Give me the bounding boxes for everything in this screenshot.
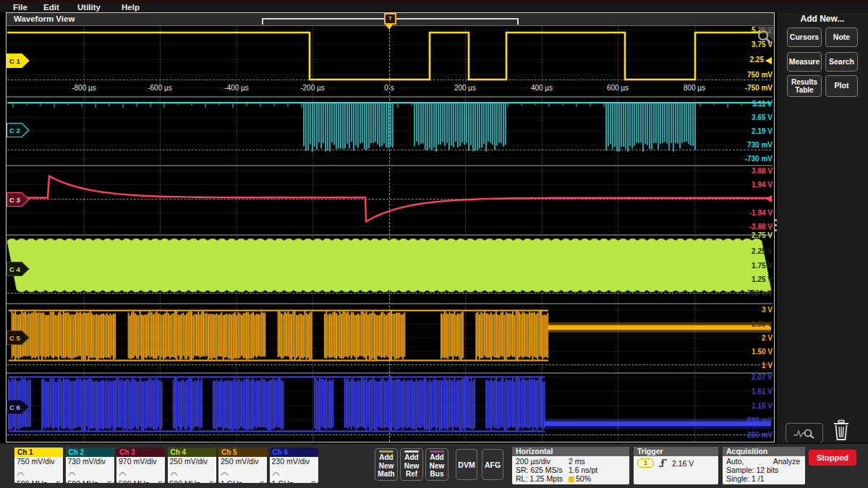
add-new-bus-button[interactable]: Add New Bus [425, 448, 448, 481]
horizontal-grid-dots [7, 265, 771, 266]
horizontal-grid-dots [7, 309, 771, 310]
axis-label-ch3: -1.94 V [749, 209, 773, 217]
channel-card-4[interactable]: Ch 4250 mV/div500 MHz [168, 448, 216, 483]
svg-text:C 3: C 3 [9, 196, 20, 204]
add-plot-button[interactable]: Plot [825, 75, 858, 97]
trigger-position-arrow [386, 25, 393, 30]
acquisition-sample: Sample: 12 bits [726, 466, 801, 474]
add-cursors-button[interactable]: Cursors [787, 27, 822, 47]
channel-badge-c3[interactable]: C 3 [7, 192, 30, 210]
reference-dashed-line [7, 435, 771, 435]
afg-button[interactable]: AFG [482, 449, 503, 480]
channel-badge-c1[interactable]: C 1 [7, 53, 30, 71]
time-axis-label: -600 µs [148, 84, 172, 92]
menu-help[interactable]: Help [122, 3, 140, 12]
add-measure-button[interactable]: Measure [787, 52, 822, 72]
reference-dashed-line [7, 293, 771, 294]
add-search-button[interactable]: Search [825, 52, 858, 72]
time-axis-label: 0 s [384, 84, 393, 92]
trigger-panel[interactable]: Trigger 1 2.16 V [634, 447, 718, 484]
axis-label-ch6: 230 mV [747, 431, 773, 439]
channel-card-2[interactable]: Ch 2730 mV/div500 MHz [66, 448, 114, 483]
channel-scale: 230 mV/div [272, 457, 316, 466]
splitter-drag-handle[interactable] [775, 219, 777, 231]
axis-label-ch1: 750 mV [747, 71, 773, 79]
time-axis-label: -800 µs [72, 84, 96, 92]
channel-position-marker[interactable] [765, 195, 772, 202]
bandwidth-limit-icon [156, 481, 163, 484]
channel-card-6[interactable]: Ch 6230 mV/div1 GHz [270, 448, 318, 483]
axis-label-ch3: 1.94 V [752, 181, 773, 189]
run-stop-status-button[interactable]: Stopped [809, 450, 856, 466]
bandwidth-limit-icon [309, 481, 316, 484]
horizontal-grid-dots [7, 279, 771, 280]
zoom-magnifier-icon[interactable] [754, 27, 774, 44]
probe-icon [272, 471, 280, 476]
axis-label-ch5: 3 V [762, 306, 773, 314]
trigger-level: 2.16 V [672, 459, 694, 468]
time-axis-label: -200 µs [300, 84, 325, 92]
zoom-waveform-icon [792, 427, 817, 440]
add-results-table-button[interactable]: Results Table [787, 75, 822, 97]
channel-card-title: Ch 4 [168, 448, 216, 457]
axis-label-ch4: 1.25 V [752, 275, 773, 283]
slice-separator [7, 165, 773, 166]
channel-badge-c5[interactable]: C 5 [7, 330, 30, 348]
probe-icon [68, 471, 76, 476]
channel-bandwidth: 500 MHz [17, 479, 47, 483]
acquisition-analyze: Analyze [773, 457, 800, 466]
axis-label-ch2: 730 mV [747, 141, 773, 149]
trash-icon[interactable] [832, 419, 851, 441]
horizontal-grid-dots [7, 158, 771, 159]
menu-edit[interactable]: Edit [43, 3, 59, 12]
trigger-position-indicator[interactable]: T [384, 13, 396, 25]
horizontal-panel-title: Horizontal [512, 447, 629, 456]
reference-dashed-line [7, 364, 771, 365]
axis-label-ch2: 3.65 V [752, 114, 773, 121]
channel-badge-c2[interactable]: C 2 [7, 123, 30, 140]
menu-utility[interactable]: Utility [77, 3, 101, 12]
time-axis-label: 600 µs [607, 84, 629, 92]
axis-label-ch6: 690 mV [747, 416, 773, 424]
horizontal-grid-dots [7, 377, 771, 377]
channel-card-3[interactable]: Ch 3970 mV/div500 MHz [116, 448, 165, 483]
slice-separator [7, 96, 773, 98]
horizontal-grid-dots [7, 59, 771, 60]
zoom-mode-button[interactable] [786, 423, 823, 443]
channel-card-5[interactable]: Ch 5250 mV/div1 GHz [218, 448, 267, 483]
probe-icon [221, 471, 229, 476]
svg-text:C 5: C 5 [9, 334, 21, 342]
acquisition-panel-title: Acquisition [723, 447, 805, 456]
channel-bandwidth: 500 MHz [119, 479, 149, 483]
channel-position-marker[interactable] [765, 57, 772, 64]
add-new-math-button[interactable]: Add New Math [375, 448, 398, 481]
probe-icon [119, 471, 127, 476]
svg-text:C 4: C 4 [9, 265, 21, 273]
slice-separator [7, 372, 773, 374]
bandwidth-limit-icon [258, 481, 265, 484]
channel-bandwidth: 1 GHz [221, 479, 242, 483]
svg-text:C 1: C 1 [9, 57, 21, 65]
bandwidth-limit-icon [207, 481, 214, 484]
channel-scale: 750 mV/div [17, 457, 61, 466]
channel-card-1[interactable]: Ch 1750 mV/div500 MHz [14, 448, 63, 483]
svg-text:C 2: C 2 [9, 127, 20, 134]
horizontal-grid-dots [7, 131, 771, 132]
time-axis-label: 200 µs [454, 84, 476, 92]
acquisition-panel[interactable]: Acquisition Auto,Analyze Sample: 12 bits… [723, 447, 805, 484]
axis-label-ch4: 2.75 V [752, 231, 773, 239]
menu-file[interactable]: File [13, 3, 27, 12]
horizontal-grid-dots [7, 184, 771, 185]
channel-badge-c4[interactable]: C 4 [7, 262, 30, 279]
horizontal-panel[interactable]: Horizontal 200 µs/div2 ms SR: 625 MS/s1.… [512, 447, 629, 484]
add-new-ref-button[interactable]: Add New Ref [400, 448, 423, 481]
axis-label-ch5: 1.50 V [752, 348, 773, 356]
axis-label-ch4: 750 mV [747, 289, 773, 297]
dvm-button[interactable]: DVM [456, 449, 477, 480]
channel-scale: 250 mV/div [170, 457, 214, 466]
add-note-button[interactable]: Note [825, 27, 858, 47]
channel-bandwidth: 1 GHz [272, 479, 294, 483]
channel-badge-c6[interactable]: C 6 [7, 400, 30, 417]
horizontal-grid-dots [7, 420, 771, 421]
horizontal-sample-rate: SR: 625 MS/s [516, 466, 569, 474]
